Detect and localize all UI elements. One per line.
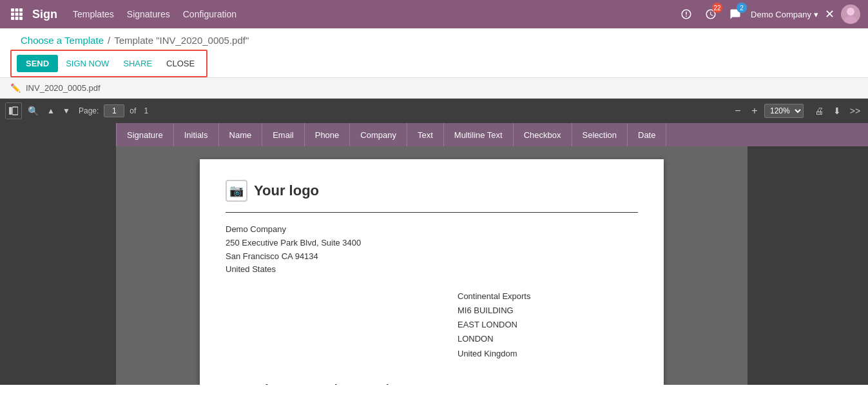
close-button[interactable]: CLOSE <box>160 55 201 72</box>
client-name: Continental Exports <box>458 289 638 304</box>
svg-rect-0 <box>11 8 14 12</box>
two-col: Continental Exports MI6 BUILDING EAST LO… <box>226 289 638 360</box>
nav-links: Templates Signatures Configuration <box>73 9 677 19</box>
settings-icon[interactable] <box>677 5 695 23</box>
svg-rect-5 <box>19 13 23 16</box>
sig-toolbar-wrapper: Signature Initials Name Email Phone Comp… <box>0 123 868 146</box>
logo-icon: 📷 <box>226 180 247 202</box>
sidebar-toggle-icon[interactable] <box>5 102 22 119</box>
sig-toolbar: Signature Initials Name Email Phone Comp… <box>116 123 868 146</box>
nav-configuration[interactable]: Configuration <box>183 9 236 19</box>
client-addr1: MI6 BUILDING <box>458 304 638 318</box>
main-content: 📷 Your logo Demo Company 250 Executive P… <box>0 146 868 385</box>
sig-tab-selection[interactable]: Selection <box>572 123 628 146</box>
search-icon[interactable]: 🔍 <box>24 102 41 119</box>
print-icon[interactable]: 🖨 <box>811 103 827 119</box>
sig-tab-signature[interactable]: Signature <box>116 123 174 146</box>
top-section: Choose a Template / Template "INV_2020_0… <box>0 28 868 77</box>
sig-tab-company[interactable]: Company <box>350 123 407 146</box>
page-up-icon[interactable]: ▲ <box>44 104 58 118</box>
notif-badge: 22 <box>712 3 722 13</box>
page-down-icon[interactable]: ▼ <box>59 104 73 118</box>
top-navigation: Sign Templates Signatures Configuration … <box>0 0 868 28</box>
zoom-in-icon[interactable]: + <box>747 104 762 118</box>
nav-right: 22 2 Demo Company ▾ ✕ <box>677 5 860 24</box>
download-icon[interactable]: ⬇ <box>829 103 845 119</box>
svg-rect-8 <box>19 17 23 20</box>
nav-templates[interactable]: Templates <box>73 9 114 19</box>
pencil-icon: ✏️ <box>10 83 21 93</box>
zoom-select[interactable]: 120% 100% 75% 150% <box>764 104 804 118</box>
svg-rect-1 <box>15 8 19 12</box>
zoom-out-icon[interactable]: − <box>731 104 745 118</box>
sig-toolbar-spacer <box>0 123 116 146</box>
pdf-right-icons: 🖨 ⬇ >> <box>811 103 863 119</box>
svg-rect-2 <box>19 8 23 12</box>
sig-tab-checkbox[interactable]: Checkbox <box>514 123 572 146</box>
sig-tab-multiline[interactable]: Multiline Text <box>444 123 514 146</box>
sig-tab-date[interactable]: Date <box>628 123 666 146</box>
client-info: Continental Exports MI6 BUILDING EAST LO… <box>458 289 638 360</box>
sig-tab-initials[interactable]: Initials <box>174 123 219 146</box>
user-avatar[interactable] <box>841 5 860 24</box>
page-input[interactable] <box>104 104 124 117</box>
page-of-label: of <box>130 106 136 115</box>
address-line1: 250 Executive Park Blvd, Suite 3400 <box>226 237 638 250</box>
client-country: United Kingdom <box>458 347 638 361</box>
sig-tab-text[interactable]: Text <box>407 123 444 146</box>
client-addr2: EAST LONDON <box>458 318 638 332</box>
svg-rect-12 <box>12 107 18 115</box>
file-name: INV_2020_0005.pdf <box>26 83 101 93</box>
messages-icon[interactable]: 2 <box>726 5 744 23</box>
svg-rect-11 <box>9 107 12 115</box>
sign-now-button[interactable]: SIGN NOW <box>59 55 115 72</box>
col-left <box>226 289 458 360</box>
app-title: Sign <box>32 8 57 21</box>
address-line2: San Francisco CA 94134 <box>226 250 638 264</box>
pdf-toolbar: 🔍 ▲ ▼ Page: of 1 − + 120% 100% 75% 150% … <box>0 99 868 123</box>
breadcrumb: Choose a Template / Template "INV_2020_0… <box>10 28 858 50</box>
pdf-content[interactable]: 📷 Your logo Demo Company 250 Executive P… <box>116 146 747 385</box>
action-bar: SEND SIGN NOW SHARE CLOSE <box>10 50 207 77</box>
right-panel <box>747 146 868 385</box>
file-bar: ✏️ INV_2020_0005.pdf <box>0 77 868 99</box>
sig-tab-name[interactable]: Name <box>219 123 263 146</box>
send-button[interactable]: SEND <box>17 55 58 72</box>
msg-badge: 2 <box>737 3 747 13</box>
breadcrumb-current: Template "INV_2020_0005.pdf" <box>114 35 249 46</box>
svg-rect-7 <box>15 17 19 20</box>
page-label: Page: <box>79 106 99 115</box>
company-selector[interactable]: Demo Company ▾ <box>751 10 818 19</box>
page-nav-arrows: ▲ ▼ <box>44 104 73 118</box>
svg-point-9 <box>847 8 854 15</box>
sig-tab-email[interactable]: Email <box>262 123 305 146</box>
share-button[interactable]: SHARE <box>117 55 159 72</box>
breadcrumb-separator: / <box>108 35 110 46</box>
pdf-divider <box>226 212 638 213</box>
logo-text: Your logo <box>254 182 319 199</box>
expand-icon[interactable]: >> <box>847 103 863 119</box>
left-panel <box>0 146 116 385</box>
clock-icon[interactable]: 22 <box>702 5 720 23</box>
logo-row: 📷 Your logo <box>226 180 638 202</box>
app-grid-icon[interactable] <box>8 5 26 23</box>
page-total: 1 <box>144 106 148 115</box>
close-x-icon[interactable]: ✕ <box>825 7 834 21</box>
country-line: United States <box>226 263 638 277</box>
svg-rect-6 <box>11 17 14 20</box>
invoice-title: Invoice INV/2020/0005 <box>226 380 638 385</box>
company-name-line: Demo Company <box>226 223 638 237</box>
nav-signatures[interactable]: Signatures <box>127 9 170 19</box>
svg-rect-4 <box>15 13 19 16</box>
breadcrumb-link[interactable]: Choose a Template <box>21 35 104 46</box>
svg-rect-3 <box>11 13 14 16</box>
sig-tab-phone[interactable]: Phone <box>305 123 351 146</box>
company-info: Demo Company 250 Executive Park Blvd, Su… <box>226 223 638 277</box>
svg-point-10 <box>844 16 857 24</box>
client-addr3: LONDON <box>458 332 638 346</box>
pdf-page: 📷 Your logo Demo Company 250 Executive P… <box>200 159 664 385</box>
